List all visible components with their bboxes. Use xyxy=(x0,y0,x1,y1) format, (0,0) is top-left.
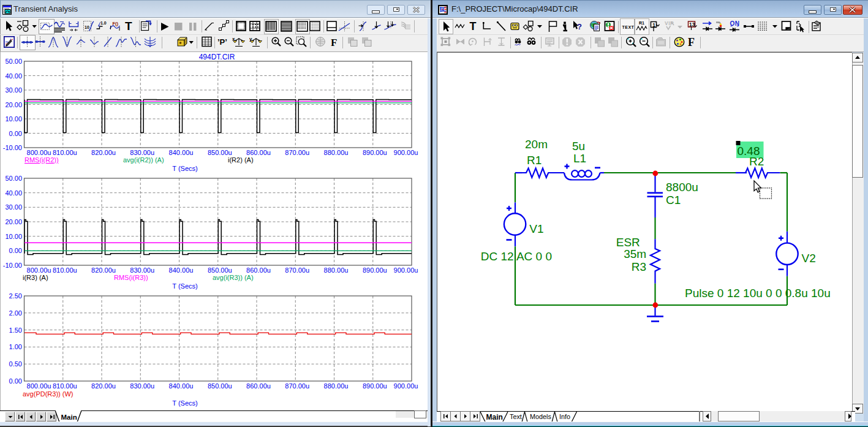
svg-text:800.00u: 800.00u xyxy=(27,382,51,390)
svg-text:30.00: 30.00 xyxy=(5,86,22,94)
svg-text:?: ? xyxy=(577,22,582,31)
svg-text:5u: 5u xyxy=(572,140,585,153)
svg-text:890.00u: 890.00u xyxy=(363,382,387,390)
svg-text:Main: Main xyxy=(61,414,77,421)
svg-text:C1: C1 xyxy=(666,194,681,206)
svg-text:810.00u: 810.00u xyxy=(53,266,77,274)
svg-text:i(R3) (A): i(R3) (A) xyxy=(23,274,48,281)
svg-text:840.00u: 840.00u xyxy=(169,382,194,390)
svg-text:860.00u: 860.00u xyxy=(246,382,271,390)
svg-text:Info: Info xyxy=(559,413,570,420)
svg-text:0.00: 0.00 xyxy=(9,130,22,137)
svg-text:L1: L1 xyxy=(573,152,586,165)
svg-text:890.00u: 890.00u xyxy=(363,266,387,274)
svg-text:50.00: 50.00 xyxy=(5,58,22,65)
svg-text:900.00u: 900.00u xyxy=(394,266,418,274)
svg-text:R3: R3 xyxy=(632,260,646,273)
svg-text:TEXT: TEXT xyxy=(622,25,635,29)
svg-text:820.00u: 820.00u xyxy=(91,149,116,156)
svg-text:2.00: 2.00 xyxy=(9,309,22,317)
svg-text:T (Secs): T (Secs) xyxy=(172,282,197,290)
svg-text:850.00u: 850.00u xyxy=(208,382,232,390)
svg-text:T (Secs): T (Secs) xyxy=(172,399,197,407)
svg-text:avg(i(R3)) (A): avg(i(R3)) (A) xyxy=(213,274,254,281)
svg-text:1.50: 1.50 xyxy=(9,327,22,334)
svg-text:494DT.CIR: 494DT.CIR xyxy=(199,53,235,61)
svg-text:810.00u: 810.00u xyxy=(53,149,77,156)
svg-text:R1: R1 xyxy=(639,21,644,25)
svg-text:850.00u: 850.00u xyxy=(208,149,232,156)
svg-text:1.00: 1.00 xyxy=(9,343,22,350)
svg-text:Pulse 0 12 10u 0 0 0.8u 10u: Pulse 0 12 10u 0 0 0.8u 10u xyxy=(685,287,831,300)
svg-text:T (Secs): T (Secs) xyxy=(172,165,197,172)
svg-text:10.00: 10.00 xyxy=(5,115,22,123)
svg-text:’P’: ’P’ xyxy=(217,37,227,47)
svg-text:F(): F() xyxy=(113,21,119,26)
svg-text:R1: R1 xyxy=(527,154,542,167)
svg-text:830.00u: 830.00u xyxy=(130,149,154,156)
svg-text:1.0: 1.0 xyxy=(100,21,107,25)
svg-text:820.00u: 820.00u xyxy=(91,266,116,274)
svg-text:ESR: ESR xyxy=(616,236,640,249)
svg-text:800.00u: 800.00u xyxy=(27,266,51,274)
svg-text:Text: Text xyxy=(510,413,522,420)
svg-text:F: F xyxy=(688,36,695,48)
svg-text:DC 12 AC 0 0: DC 12 AC 0 0 xyxy=(481,250,552,263)
svg-text:900.00u: 900.00u xyxy=(394,149,418,156)
svg-text:avg(i(R2)) (A): avg(i(R2)) (A) xyxy=(123,156,164,164)
svg-text:R2: R2 xyxy=(749,155,764,168)
svg-text:880.00u: 880.00u xyxy=(324,149,349,156)
svg-text:1: 1 xyxy=(652,22,655,28)
svg-text:850.00u: 850.00u xyxy=(208,266,232,274)
svg-text:2.50: 2.50 xyxy=(9,292,22,300)
svg-text:-10.00: -10.00 xyxy=(3,262,22,269)
svg-text:RMS(i(R2)): RMS(i(R2)) xyxy=(25,156,59,164)
svg-text:-10.00: -10.00 xyxy=(3,144,22,151)
svg-text:870.00u: 870.00u xyxy=(285,382,309,390)
svg-text:F: F xyxy=(331,37,337,48)
svg-text:870.00u: 870.00u xyxy=(285,149,309,156)
svg-text:V2: V2 xyxy=(802,252,816,265)
svg-text:840.00u: 840.00u xyxy=(169,149,194,156)
svg-text:13: 13 xyxy=(689,21,695,28)
svg-text:820.00u: 820.00u xyxy=(91,382,116,390)
svg-text:30.00: 30.00 xyxy=(5,203,22,211)
svg-text:10: 10 xyxy=(85,25,89,29)
svg-text:20.00: 20.00 xyxy=(5,218,22,225)
svg-text:40.00: 40.00 xyxy=(5,72,22,80)
svg-text:840.00u: 840.00u xyxy=(169,266,194,274)
svg-text:RMS(i(R3)): RMS(i(R3)) xyxy=(114,274,148,281)
svg-text:10.00: 10.00 xyxy=(5,233,22,240)
svg-text:880.00u: 880.00u xyxy=(324,382,349,390)
svg-text:35m: 35m xyxy=(624,248,646,260)
svg-text:T: T xyxy=(125,20,132,32)
svg-text:V1: V1 xyxy=(529,222,543,235)
svg-text:0.00: 0.00 xyxy=(9,377,22,385)
svg-text:Main: Main xyxy=(486,413,503,421)
svg-text:810.00u: 810.00u xyxy=(53,382,77,390)
svg-text:Models: Models xyxy=(530,413,551,420)
svg-text:890.00u: 890.00u xyxy=(363,149,387,156)
svg-text:860.00u: 860.00u xyxy=(246,149,271,156)
svg-text:900.00u: 900.00u xyxy=(394,382,418,390)
svg-text:8800u: 8800u xyxy=(666,181,698,194)
svg-text:i(R2) (A): i(R2) (A) xyxy=(228,156,254,164)
svg-text:880.00u: 880.00u xyxy=(324,266,349,274)
svg-text:50.00: 50.00 xyxy=(5,175,22,182)
svg-text:0.50: 0.50 xyxy=(9,360,22,368)
svg-text:870.00u: 870.00u xyxy=(285,266,309,274)
svg-text:860.00u: 860.00u xyxy=(246,266,271,274)
svg-text:T: T xyxy=(470,20,477,32)
svg-text:800.00u: 800.00u xyxy=(27,149,51,156)
svg-text:830.00u: 830.00u xyxy=(130,266,154,274)
svg-text:20.00: 20.00 xyxy=(5,101,22,108)
svg-text:40.00: 40.00 xyxy=(5,189,22,197)
svg-text:830.00u: 830.00u xyxy=(130,382,154,390)
svg-text:avg(PD(R3)) (W): avg(PD(R3)) (W) xyxy=(23,390,74,398)
svg-text:0.00: 0.00 xyxy=(9,247,22,254)
svg-text:20m: 20m xyxy=(525,138,548,151)
